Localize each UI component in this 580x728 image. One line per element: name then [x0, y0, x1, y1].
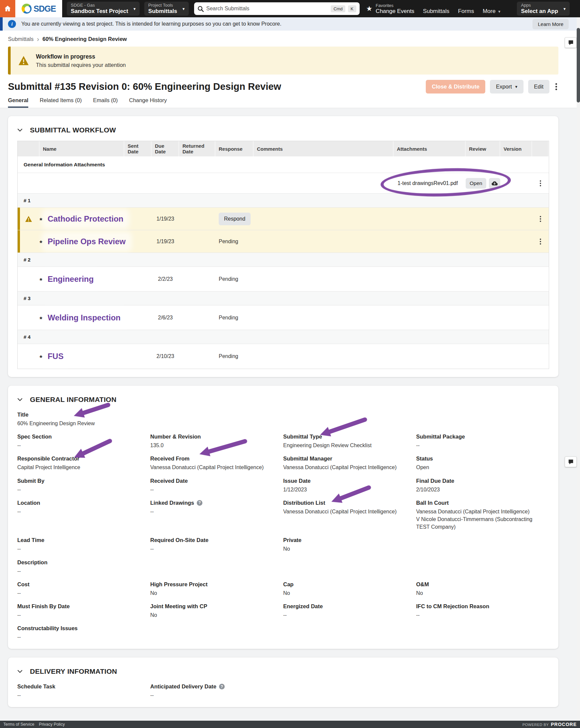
field-submittal-manager: Submittal ManagerVanessa Donatucci (Capi…	[283, 456, 416, 471]
attachment-filename[interactable]: 1-test drawingsRev01.pdf	[393, 180, 466, 186]
due-date: 1/19/23	[157, 239, 174, 244]
breadcrumb-submittals[interactable]: Submittals	[8, 36, 33, 42]
col-expand	[18, 141, 39, 156]
field-required-on-site-date: Required On-Site Date--	[150, 537, 283, 553]
tool-picker-value: Submittals	[148, 8, 177, 15]
col-name: Name	[39, 141, 124, 156]
workflow-group-row: # 1	[18, 193, 549, 208]
open-review-button[interactable]: Open	[466, 178, 486, 189]
breadcrumb: Submittals › 60% Engineering Design Revi…	[8, 34, 572, 44]
field-received-date: Received Date--	[150, 478, 283, 493]
project-picker-dropdown[interactable]: SDGE - Gas Sandbox Test Project ▾	[67, 2, 140, 16]
terms-of-service-link[interactable]: Terms of Service	[3, 722, 34, 727]
company-logo[interactable]: SDGE	[15, 0, 62, 17]
field-status: StatusOpen	[416, 456, 549, 471]
col-review: Review	[466, 141, 500, 156]
section-title-general-info: GENERAL INFORMATION	[30, 396, 116, 404]
cmd-key-badge: Cmd	[331, 5, 345, 12]
response-status: Pending	[215, 353, 254, 359]
nav-item-forms[interactable]: Forms	[458, 3, 474, 15]
attachment-row: 1-test drawingsRev01.pdf Open	[18, 173, 549, 193]
attachment-row-menu-button[interactable]	[538, 179, 543, 188]
home-icon	[4, 5, 11, 12]
search-input[interactable]	[206, 6, 328, 11]
alert-subtitle: This submittal requires your attention	[36, 62, 126, 68]
warning-icon	[25, 216, 32, 222]
apps-label: Apps	[521, 3, 558, 8]
workflow-step-link[interactable]: Cathodic Protection	[48, 214, 123, 223]
tool-picker-label: Project Tools	[148, 3, 177, 8]
field-submit-by: Submit By--	[17, 478, 150, 493]
section-title-delivery: DELIVERY INFORMATION	[30, 668, 117, 675]
feedback-chat-button[interactable]	[565, 457, 577, 467]
col-returned-date: Returned Date	[179, 141, 215, 156]
tab-emails[interactable]: Emails (0)	[93, 97, 118, 108]
tab-related-items[interactable]: Related Items (0)	[39, 97, 82, 108]
field-description: Description--	[17, 559, 549, 575]
apps-dropdown[interactable]: Apps Select an App ▾	[517, 2, 569, 16]
download-button[interactable]	[489, 178, 500, 189]
respond-button[interactable]: Respond	[219, 213, 251, 225]
help-icon[interactable]: ?	[219, 684, 225, 690]
field-submittal-package: Submittal Package--	[416, 434, 549, 449]
nav-item-submittals[interactable]: Submittals	[423, 3, 449, 15]
workflow-step-link[interactable]: Pipeline Ops Review	[48, 237, 126, 246]
banner-message: You are currently viewing a test project…	[21, 21, 532, 27]
chevron-down-icon: ▾	[563, 6, 566, 11]
nav-item-more[interactable]: More ▾	[482, 3, 500, 15]
field-constructability-issues: Constructability Issues--	[17, 625, 549, 641]
scrollbar-thumb[interactable]	[577, 28, 580, 102]
chevron-right-icon: ›	[37, 35, 39, 43]
col-comments: Comments	[254, 141, 393, 156]
search-bar[interactable]: Cmd K	[194, 2, 360, 15]
col-response: Response	[215, 141, 254, 156]
required-marker: *	[39, 277, 42, 284]
privacy-policy-link[interactable]: Privacy Policy	[39, 722, 65, 727]
workflow-step-link[interactable]: Engineering	[48, 275, 94, 284]
required-marker: *	[39, 354, 42, 362]
field-received-from: Received FromVanessa Donatucci (Capital …	[150, 456, 283, 471]
workflow-step-link[interactable]: Welding Inspection	[48, 313, 121, 322]
breadcrumb-current: 60% Engineering Design Review	[43, 36, 127, 42]
feedback-chat-button[interactable]	[565, 37, 577, 48]
col-attachments: Attachments	[393, 141, 466, 156]
collapse-chevron-icon[interactable]	[17, 128, 23, 132]
required-marker: *	[39, 315, 42, 323]
workflow-step-row: * Welding Inspection 2/6/23 Pending	[18, 306, 549, 330]
step-row-menu-button[interactable]	[538, 237, 543, 246]
close-distribute-button[interactable]: Close & Distribute	[426, 80, 485, 94]
procore-brand: PROCORE	[551, 722, 577, 727]
workflow-table: Name Sent Date Due Date Returned Date Re…	[17, 141, 549, 369]
top-nav-bar: SDGE SDGE - Gas Sandbox Test Project ▾ P…	[0, 0, 580, 17]
help-icon[interactable]: ?	[197, 500, 202, 506]
tab-bar: General Related Items (0) Emails (0) Cha…	[8, 97, 572, 108]
cloud-download-icon	[491, 180, 498, 186]
chevron-down-icon: ▾	[183, 6, 185, 11]
workflow-table-header: Name Sent Date Due Date Returned Date Re…	[18, 141, 549, 156]
collapse-chevron-icon[interactable]	[17, 670, 23, 673]
edit-button[interactable]: Edit	[528, 80, 549, 94]
nav-item-change-events[interactable]: Change Events	[376, 8, 414, 15]
project-picker-label: SDGE - Gas	[71, 3, 128, 8]
col-sent-date: Sent Date	[124, 141, 151, 156]
learn-more-button[interactable]: Learn More	[532, 19, 569, 29]
tab-change-history[interactable]: Change History	[129, 97, 167, 108]
tool-picker-dropdown[interactable]: Project Tools Submittals ▾	[144, 2, 189, 16]
workflow-step-link[interactable]: FUS	[48, 352, 63, 361]
export-button[interactable]: Export ▾	[490, 80, 523, 94]
field-must-finish-by-date: Must Finish By Date--	[17, 603, 150, 619]
workflow-alert: Workflow in progress This submittal requ…	[8, 47, 558, 75]
field-final-due-date: Final Due Date2/10/2023	[416, 478, 549, 493]
favorites-group: ★ Favorites Change Events	[366, 3, 414, 15]
page-header: Submittals › 60% Engineering Design Revi…	[0, 31, 580, 108]
collapse-chevron-icon[interactable]	[17, 398, 23, 401]
field-om: O&MNo	[416, 581, 549, 597]
home-button[interactable]	[0, 0, 15, 17]
page-scrollbar[interactable]	[577, 17, 580, 721]
chevron-down-icon: ▾	[515, 84, 518, 89]
tab-general[interactable]: General	[8, 97, 28, 108]
overflow-menu-button[interactable]	[554, 82, 558, 92]
star-icon: ★	[366, 5, 372, 12]
k-key-badge: K	[348, 5, 356, 12]
step-row-menu-button[interactable]	[538, 215, 543, 223]
